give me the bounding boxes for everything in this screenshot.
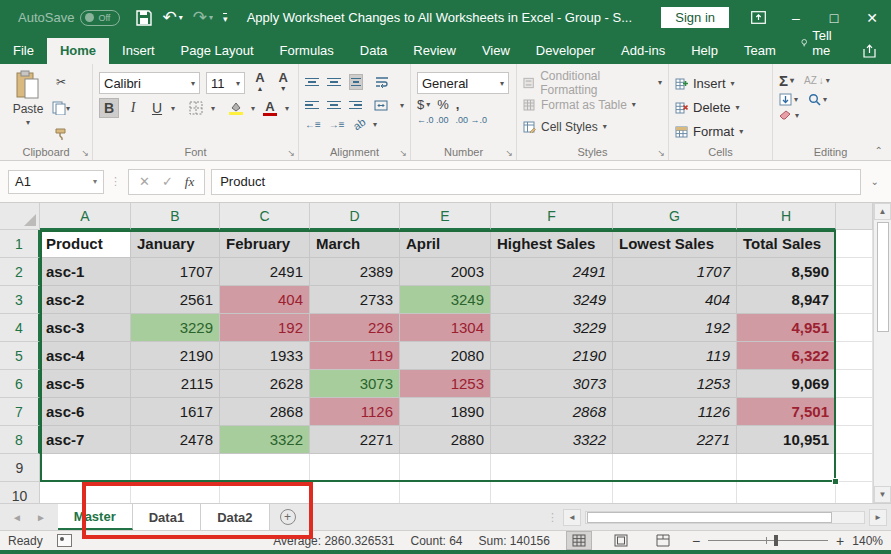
scroll-right-icon[interactable]: ► — [869, 509, 887, 526]
format-painter-button[interactable] — [50, 124, 72, 144]
percent-style-button[interactable]: % — [437, 97, 449, 112]
copy-button[interactable]: ▾ — [50, 98, 72, 118]
vertical-scrollbar[interactable]: ▲ ▼ — [873, 203, 891, 503]
cell-E10[interactable] — [400, 482, 491, 503]
insert-function-button[interactable]: fx — [185, 174, 194, 190]
paste-dropdown-icon[interactable]: ▾ — [26, 118, 30, 127]
cell-partial-4[interactable] — [836, 314, 873, 342]
ribbon-display-options-button[interactable] — [739, 0, 777, 35]
cell-F8[interactable]: 3322 — [491, 426, 613, 454]
autosum-button[interactable]: Σ▾ — [779, 72, 794, 89]
cell-H7[interactable]: 7,501 — [737, 398, 836, 426]
wrap-text-button[interactable] — [371, 72, 393, 92]
cell-partial-3[interactable] — [836, 286, 873, 314]
expand-formula-bar-icon[interactable]: ⌄ — [867, 176, 883, 187]
underline-dropdown-icon[interactable]: ▾ — [171, 104, 175, 113]
zoom-in-button[interactable]: + — [836, 533, 844, 549]
cell-A6[interactable]: asc-5 — [40, 370, 131, 398]
font-color-dropdown-icon[interactable]: ▾ — [285, 104, 289, 113]
cell-C7[interactable]: 2868 — [220, 398, 310, 426]
ribbon-tab-page-layout[interactable]: Page Layout — [168, 38, 267, 64]
cell-partial-1[interactable] — [836, 230, 873, 258]
align-left-button[interactable] — [305, 99, 319, 112]
sheet-tab-data1[interactable]: Data1 — [133, 504, 201, 530]
cut-button[interactable]: ✂ — [50, 72, 72, 92]
cell-H2[interactable]: 8,590 — [737, 258, 836, 286]
cell-E9[interactable] — [400, 454, 491, 482]
cell-E8[interactable]: 2880 — [400, 426, 491, 454]
cell-F5[interactable]: 2190 — [491, 342, 613, 370]
font-size-combo[interactable]: 11▾ — [206, 72, 245, 94]
cell-D5[interactable]: 119 — [310, 342, 400, 370]
zoom-level[interactable]: 140% — [852, 534, 883, 548]
sheet-tab-master[interactable]: Master — [58, 504, 133, 530]
cell-D10[interactable] — [310, 482, 400, 503]
cell-A7[interactable]: asc-6 — [40, 398, 131, 426]
cell-C10[interactable] — [220, 482, 310, 503]
cell-F6[interactable]: 3073 — [491, 370, 613, 398]
cell-D7[interactable]: 1126 — [310, 398, 400, 426]
cell-F1[interactable]: Highest Sales — [491, 230, 613, 258]
cell-A5[interactable]: asc-4 — [40, 342, 131, 370]
row-header-7[interactable]: 7 — [0, 398, 40, 426]
cell-C6[interactable]: 2628 — [220, 370, 310, 398]
cell-E5[interactable]: 2080 — [400, 342, 491, 370]
cell-partial-6[interactable] — [836, 370, 873, 398]
sheet-tab-data2[interactable]: Data2 — [201, 504, 269, 530]
cell-H3[interactable]: 8,947 — [737, 286, 836, 314]
formula-input[interactable]: Product — [211, 169, 860, 195]
tell-me-button[interactable]: Tell me — [789, 23, 849, 64]
bottom-align-button[interactable] — [349, 74, 363, 91]
cell-F9[interactable] — [491, 454, 613, 482]
macro-record-icon[interactable] — [57, 534, 72, 547]
normal-view-button[interactable] — [566, 531, 592, 550]
vertical-scroll-thumb[interactable] — [877, 222, 889, 332]
cell-C4[interactable]: 192 — [220, 314, 310, 342]
cell-C8[interactable]: 3322 — [220, 426, 310, 454]
decrease-font-size-button[interactable]: A▼ — [275, 72, 292, 94]
cell-F3[interactable]: 3249 — [491, 286, 613, 314]
font-color-button[interactable]: A — [259, 98, 281, 118]
underline-button[interactable]: U — [147, 98, 167, 118]
ribbon-tab-review[interactable]: Review — [400, 38, 469, 64]
alignment-dialog-launcher[interactable]: ↘ — [399, 148, 407, 158]
cell-C2[interactable]: 2491 — [220, 258, 310, 286]
cell-A1[interactable]: Product — [40, 230, 131, 258]
zoom-slider[interactable] — [708, 540, 828, 541]
ribbon-tab-add-ins[interactable]: Add-ins — [608, 38, 678, 64]
cell-F4[interactable]: 3229 — [491, 314, 613, 342]
column-header-a[interactable]: A — [40, 203, 131, 230]
column-header-e[interactable]: E — [400, 203, 491, 230]
page-layout-view-button[interactable] — [608, 531, 634, 550]
column-header-g[interactable]: G — [613, 203, 737, 230]
cell-C9[interactable] — [220, 454, 310, 482]
close-button[interactable]: ✕ — [853, 0, 891, 35]
cell-G10[interactable] — [613, 482, 737, 503]
redo-button[interactable]: ↷▾ — [193, 7, 213, 28]
cell-C5[interactable]: 1933 — [220, 342, 310, 370]
scroll-up-icon[interactable]: ▲ — [874, 203, 891, 220]
insert-cells-button[interactable]: Insert▾ — [675, 72, 766, 95]
borders-button[interactable] — [185, 98, 207, 118]
cell-B1[interactable]: January — [131, 230, 220, 258]
cell-A10[interactable] — [40, 482, 131, 503]
cell-B8[interactable]: 2478 — [131, 426, 220, 454]
cell-H10[interactable] — [737, 482, 836, 503]
enter-entry-icon[interactable]: ✓ — [162, 174, 173, 189]
column-header-partial[interactable] — [836, 203, 873, 230]
row-header-9[interactable]: 9 — [0, 454, 40, 482]
cell-E2[interactable]: 2003 — [400, 258, 491, 286]
cell-partial-2[interactable] — [836, 258, 873, 286]
cell-G5[interactable]: 119 — [613, 342, 737, 370]
column-header-f[interactable]: F — [491, 203, 613, 230]
cell-G6[interactable]: 1253 — [613, 370, 737, 398]
collapse-ribbon-button[interactable]: ⌃ — [875, 145, 883, 156]
row-header-1[interactable]: 1 — [0, 230, 40, 258]
cell-G9[interactable] — [613, 454, 737, 482]
align-right-button[interactable] — [349, 99, 363, 112]
cell-B6[interactable]: 2115 — [131, 370, 220, 398]
find-select-button[interactable]: ▾ — [808, 93, 827, 106]
cell-B4[interactable]: 3229 — [131, 314, 220, 342]
borders-dropdown-icon[interactable]: ▾ — [211, 104, 215, 113]
fill-color-dropdown-icon[interactable]: ▾ — [251, 104, 255, 113]
